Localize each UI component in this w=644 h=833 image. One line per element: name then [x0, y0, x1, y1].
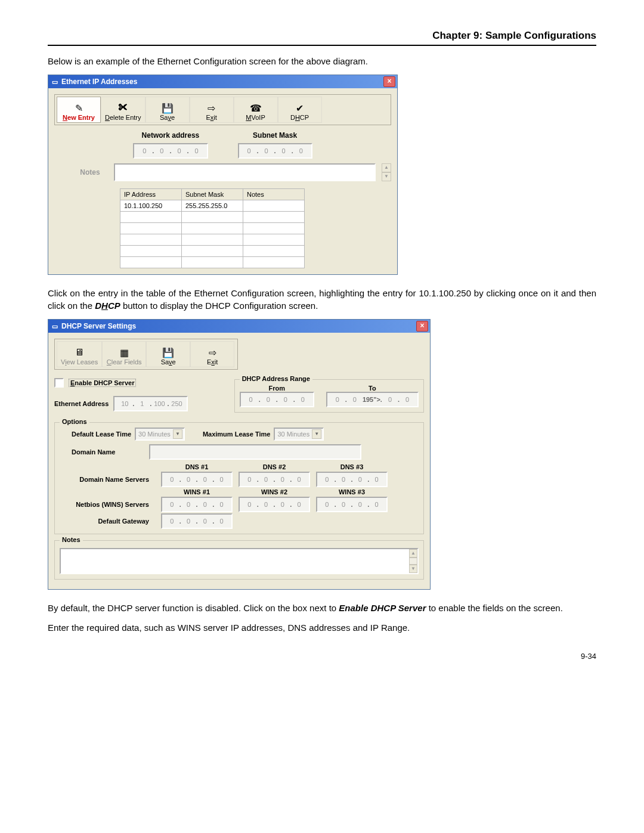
notes-textarea[interactable]: ▲▼	[60, 548, 419, 574]
table-row[interactable]	[120, 257, 305, 268]
close-button[interactable]: ×	[383, 76, 395, 87]
eraser-icon: ▦	[120, 346, 129, 358]
titlebar: ▭ Ethernet IP Addresses ×	[48, 75, 397, 88]
from-label: From	[240, 385, 314, 392]
default-gateway-input[interactable]: 0.0.0.0	[161, 513, 233, 529]
dns3-input[interactable]: 0.0.0.0	[316, 472, 388, 487]
save-button[interactable]: 💾 Save	[145, 97, 190, 123]
chevron-down-icon: ▼	[312, 429, 321, 439]
max-lease-label: Maximum Lease Time	[203, 431, 271, 438]
table-header-row: IP Address Subnet Mask Notes	[120, 189, 305, 200]
notes-group-title: Notes	[60, 536, 83, 543]
new-entry-button[interactable]: ✎ New Entry	[57, 97, 101, 123]
paragraph-4: Enter the required data, such as WINS se…	[48, 621, 596, 634]
col-subnet[interactable]: Subnet Mask	[182, 189, 243, 200]
dns1-input[interactable]: 0.0.0.0	[161, 472, 233, 487]
domain-name-label: Domain Name	[72, 448, 145, 456]
exit-button[interactable]: ⇨ Exit	[190, 97, 234, 123]
check-icon: ✔	[296, 102, 304, 114]
wins1-header: WINS #1	[161, 488, 233, 496]
table-row[interactable]	[120, 212, 305, 223]
table-row[interactable]	[120, 246, 305, 257]
notes-input[interactable]	[114, 163, 376, 181]
default-lease-select[interactable]: 30 Minutes▼	[135, 428, 185, 441]
ethernet-address-field: 10. 1. 100. 250	[113, 396, 188, 411]
dialog-title: DHCP Server Settings	[61, 322, 416, 330]
dns1-header: DNS #1	[161, 463, 233, 470]
range-group-title: DHCP Address Range	[240, 375, 312, 382]
phone-icon: ☎	[250, 102, 262, 114]
col-ip[interactable]: IP Address	[120, 189, 182, 200]
wins2-header: WINS #2	[239, 488, 310, 496]
to-label: To	[326, 385, 419, 392]
scissors-icon: ✀	[118, 102, 128, 114]
wins2-input[interactable]: 0.0.0.0	[239, 497, 310, 512]
network-address-label: Network address	[133, 131, 208, 140]
monitor-icon: 🖥	[75, 346, 84, 358]
toolbar: ✎ New Entry ✀ Delete Entry 💾 Save ⇨ Exit…	[54, 94, 391, 125]
view-leases-button[interactable]: 🖥 View Leases	[57, 341, 102, 367]
chapter-title: Chapter 9: Sample Configurations	[48, 30, 596, 46]
ethernet-address-label: Ethernet Address	[54, 400, 109, 407]
exit-button[interactable]: ⇨ Exit	[190, 341, 234, 367]
wins3-header: WINS #3	[316, 488, 388, 496]
scrollbar[interactable]: ▲▼	[409, 549, 417, 573]
to-ip-input[interactable]: 0. 0195">. 0. 0	[326, 392, 419, 407]
floppy-icon: 💾	[162, 102, 174, 114]
save-button[interactable]: 💾 Save	[146, 341, 190, 367]
address-table: IP Address Subnet Mask Notes 10.1.100.25…	[120, 188, 305, 268]
dhcp-button[interactable]: ✔ DHCP	[278, 97, 322, 123]
close-button[interactable]: ×	[416, 321, 428, 332]
max-lease-select[interactable]: 30 Minutes▼	[274, 428, 324, 441]
paragraph-3: By default, the DHCP server function is …	[48, 602, 596, 614]
floppy-icon: 💾	[162, 346, 174, 358]
dns2-input[interactable]: 0.0.0.0	[239, 472, 310, 487]
page-number: 9-34	[48, 652, 596, 661]
exit-icon: ⇨	[208, 102, 215, 114]
from-ip-input[interactable]: 0. 0. 0. 0	[240, 392, 314, 407]
wins3-input[interactable]: 0.0.0.0	[316, 497, 388, 512]
wins1-input[interactable]: 0.0.0.0	[161, 497, 233, 512]
dns2-header: DNS #2	[239, 463, 310, 470]
app-icon: ▭	[51, 78, 59, 86]
pencil-icon: ✎	[75, 102, 83, 114]
exit-icon: ⇨	[209, 346, 216, 358]
table-row[interactable]	[120, 234, 305, 246]
mvoip-button[interactable]: ☎ MVoIP	[234, 97, 278, 123]
subnet-mask-label: Subnet Mask	[238, 131, 312, 140]
domain-name-input[interactable]	[149, 444, 361, 460]
dns-servers-label: Domain Name Servers	[60, 476, 151, 483]
dhcp-server-dialog: ▭ DHCP Server Settings × 🖥 View Leases ▦…	[48, 319, 431, 590]
chevron-down-icon: ▼	[173, 429, 182, 439]
app-icon: ▭	[51, 322, 59, 330]
scrollbar[interactable]: ▲▼	[382, 163, 391, 181]
enable-dhcp-checkbox[interactable]	[54, 378, 64, 388]
subnet-mask-input[interactable]: 0. 0. 0. 0	[238, 143, 312, 159]
dns3-header: DNS #3	[316, 463, 388, 470]
intro-paragraph: Below is an example of the Ethernet Conf…	[48, 55, 596, 67]
wins-servers-label: Netbios (WINS) Servers	[60, 501, 151, 508]
default-lease-label: Default Lease Time	[72, 431, 131, 438]
default-gateway-label: Default Gateway	[60, 518, 151, 525]
titlebar: ▭ DHCP Server Settings ×	[48, 320, 430, 333]
dialog-title: Ethernet IP Addresses	[61, 78, 383, 86]
clear-fields-button[interactable]: ▦ Clear Fields	[102, 341, 146, 367]
options-group-title: Options	[60, 418, 89, 425]
notes-label: Notes	[72, 168, 108, 176]
enable-dhcp-label: Enable DHCP Server	[69, 379, 136, 387]
table-row[interactable]: 10.1.100.250 255.255.255.0	[120, 200, 305, 212]
col-notes[interactable]: Notes	[243, 189, 305, 200]
delete-entry-button[interactable]: ✀ Delete Entry	[101, 97, 145, 123]
ethernet-ip-dialog: ▭ Ethernet IP Addresses × ✎ New Entry ✀ …	[48, 75, 398, 275]
network-address-input[interactable]: 0. 0. 0. 0	[133, 143, 208, 159]
table-row[interactable]	[120, 223, 305, 234]
mid-paragraph: Click on the entry in the table of the E…	[48, 287, 596, 312]
toolbar: 🖥 View Leases ▦ Clear Fields 💾 Save ⇨ Ex…	[54, 339, 238, 370]
